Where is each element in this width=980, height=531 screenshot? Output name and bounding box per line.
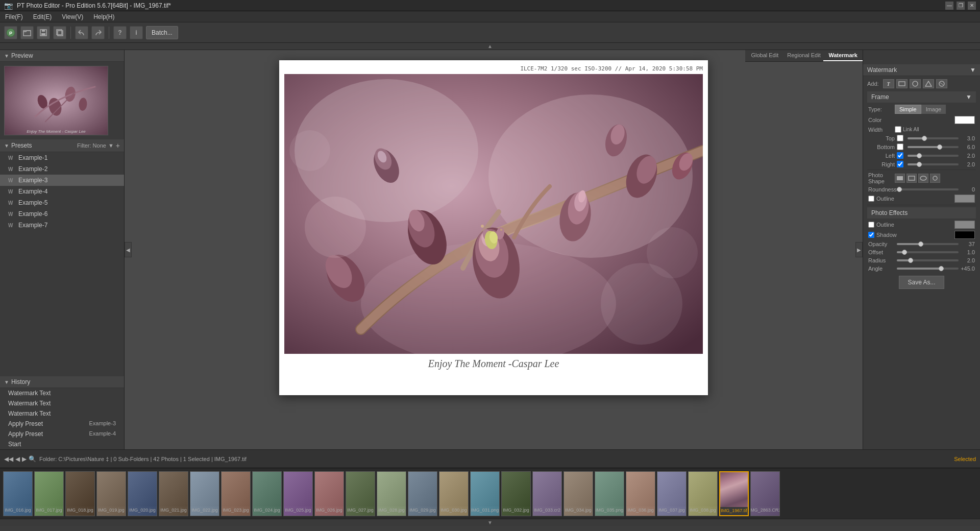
top-slider-track[interactable]	[908, 137, 959, 139]
circle-watermark-icon[interactable]	[910, 79, 921, 88]
type-image-button[interactable]: Image	[921, 105, 946, 114]
tab-global-edit[interactable]: Global Edit	[745, 50, 785, 61]
film-thumb-img029[interactable]: IMG_029.jpg	[408, 471, 437, 516]
opacity-slider-thumb[interactable]	[918, 242, 923, 247]
link-all-checkbox[interactable]	[895, 126, 901, 133]
history-item-5[interactable]: Start	[0, 439, 124, 449]
preset-item-example-4[interactable]: W Example-4	[0, 186, 124, 197]
type-simple-button[interactable]: Simple	[895, 105, 921, 114]
film-thumb-img030[interactable]: IMG_030.jpg	[439, 471, 469, 516]
preset-item-example-3[interactable]: W Example-3	[0, 175, 124, 186]
tab-watermark[interactable]: Watermark	[823, 50, 863, 61]
watermark-panel-header[interactable]: Watermark ▼	[863, 64, 980, 76]
photo-effects-header[interactable]: Photo Effects	[867, 207, 976, 219]
film-thumb-img027[interactable]: IMG_027.jpg	[346, 471, 375, 516]
film-thumb-img038[interactable]: IMG_038.jpg	[688, 471, 718, 516]
pe-shadow-color-swatch[interactable]	[954, 231, 975, 239]
presets-collapse[interactable]: ▼ Presets	[4, 142, 32, 149]
nav-back-button[interactable]: ◀	[15, 455, 20, 463]
nav-search-button[interactable]: 🔍	[29, 455, 36, 463]
history-item-4[interactable]: Apply Preset Example-4	[0, 429, 124, 439]
info-icon[interactable]: i	[130, 26, 143, 39]
film-thumb-img016[interactable]: IMG_016.jpg	[3, 471, 33, 516]
history-item-0[interactable]: Watermark Text	[0, 388, 124, 398]
menu-help[interactable]: Help(H)	[91, 12, 116, 21]
outline-checkbox[interactable]	[868, 196, 874, 202]
maximize-button[interactable]: ❐	[957, 2, 965, 10]
film-thumb-img017[interactable]: IMG_017.jpg	[34, 471, 64, 516]
roundness-slider-thumb[interactable]	[897, 187, 902, 192]
history-item-2[interactable]: Watermark Text	[0, 408, 124, 419]
pe-outline-checkbox[interactable]	[868, 222, 874, 228]
collapse-left-button[interactable]: ◀	[125, 242, 132, 257]
help-icon[interactable]: ?	[113, 26, 127, 39]
pe-shadow-checkbox[interactable]	[868, 232, 874, 238]
minimize-button[interactable]: —	[945, 2, 953, 10]
preview-section-header[interactable]: ▼ Preview	[0, 50, 124, 62]
shape-ellipse-icon[interactable]	[918, 174, 928, 183]
custom-watermark-icon[interactable]	[936, 79, 947, 88]
bottom-checkbox[interactable]	[897, 143, 903, 150]
film-thumb-img1967[interactable]: IMG_1967.tif	[719, 471, 749, 516]
film-thumb-img028[interactable]: IMG_028.jpg	[377, 471, 406, 516]
film-thumb-img019[interactable]: IMG_019.jpg	[96, 471, 126, 516]
radius-slider-thumb[interactable]	[908, 258, 913, 263]
radius-slider-track[interactable]	[897, 259, 959, 261]
add-preset-icon[interactable]: +	[116, 141, 120, 150]
pe-outline-color-swatch[interactable]	[954, 221, 975, 229]
text-watermark-icon[interactable]: T	[883, 79, 894, 88]
film-thumb-img031[interactable]: IMG_031.png	[470, 471, 500, 516]
menu-file[interactable]: File(F)	[3, 12, 25, 21]
save-as-button[interactable]: Save As...	[899, 276, 944, 289]
film-thumb-img032[interactable]: IMG_032.jpg	[501, 471, 531, 516]
preset-item-example-1[interactable]: W Example-1	[0, 152, 124, 163]
film-thumb-img036[interactable]: IMG_036.jpg	[626, 471, 655, 516]
triangle-watermark-icon[interactable]	[923, 79, 934, 88]
preset-item-example-6[interactable]: W Example-6	[0, 208, 124, 220]
offset-slider-track[interactable]	[897, 251, 959, 253]
preset-item-example-2[interactable]: W Example-2	[0, 163, 124, 175]
right-checkbox[interactable]	[897, 161, 903, 167]
close-button[interactable]: ✕	[968, 2, 976, 10]
film-thumb-img034[interactable]: IMG_034.jpg	[564, 471, 593, 516]
right-slider-thumb[interactable]	[917, 162, 922, 167]
save-copy-icon[interactable]	[53, 26, 66, 39]
offset-slider-thumb[interactable]	[902, 250, 907, 255]
shape-rect-outline-icon[interactable]	[906, 174, 917, 183]
outline-color-swatch[interactable]	[954, 195, 975, 203]
bottom-expand-arrow[interactable]: ▼	[0, 519, 980, 526]
top-checkbox[interactable]	[897, 135, 903, 141]
top-collapse-arrow[interactable]: ▲	[0, 43, 980, 50]
film-thumb-img023[interactable]: IMG_023.jpg	[221, 471, 251, 516]
shape-rect-icon[interactable]	[895, 174, 905, 183]
batch-button[interactable]: Batch...	[146, 26, 178, 39]
bottom-slider-thumb[interactable]	[937, 144, 942, 150]
left-slider-track[interactable]	[908, 155, 959, 157]
film-thumb-img035[interactable]: IMG_035.png	[595, 471, 624, 516]
film-thumb-img026[interactable]: IMG_026.jpg	[314, 471, 344, 516]
menu-view[interactable]: View(V)	[60, 12, 85, 21]
film-thumb-img024[interactable]: IMG_024.jpg	[252, 471, 282, 516]
preset-item-example-7[interactable]: W Example-7	[0, 220, 124, 231]
film-thumb-img033[interactable]: IMG_033.cr2	[532, 471, 562, 516]
right-slider-track[interactable]	[908, 163, 959, 165]
left-checkbox[interactable]	[897, 152, 903, 159]
bottom-slider-track[interactable]	[908, 146, 959, 148]
film-thumb-img037[interactable]: IMG_037.jpg	[657, 471, 687, 516]
history-section-header[interactable]: ▼ History	[0, 376, 124, 388]
film-thumb-img018[interactable]: IMG_018.jpg	[65, 471, 95, 516]
history-item-3[interactable]: Apply Preset Example-3	[0, 419, 124, 429]
angle-slider-track[interactable]	[897, 268, 959, 270]
film-thumb-img020[interactable]: IMG_020.jpg	[128, 471, 157, 516]
film-thumb-img021[interactable]: IMG_021.jpg	[159, 471, 188, 516]
collapse-right-button[interactable]: ▶	[855, 242, 863, 257]
roundness-slider-track[interactable]	[897, 188, 959, 190]
film-thumb-img022[interactable]: IMG_022.jpg	[190, 471, 219, 516]
shape-circle-icon[interactable]	[930, 174, 940, 183]
nav-back-back-button[interactable]: ◀◀	[4, 455, 13, 463]
menu-edit[interactable]: Edit(E)	[31, 12, 54, 21]
undo-icon[interactable]	[75, 26, 88, 39]
opacity-slider-track[interactable]	[897, 243, 959, 245]
redo-icon[interactable]	[91, 26, 105, 39]
frame-section-header[interactable]: Frame ▼	[867, 91, 976, 103]
